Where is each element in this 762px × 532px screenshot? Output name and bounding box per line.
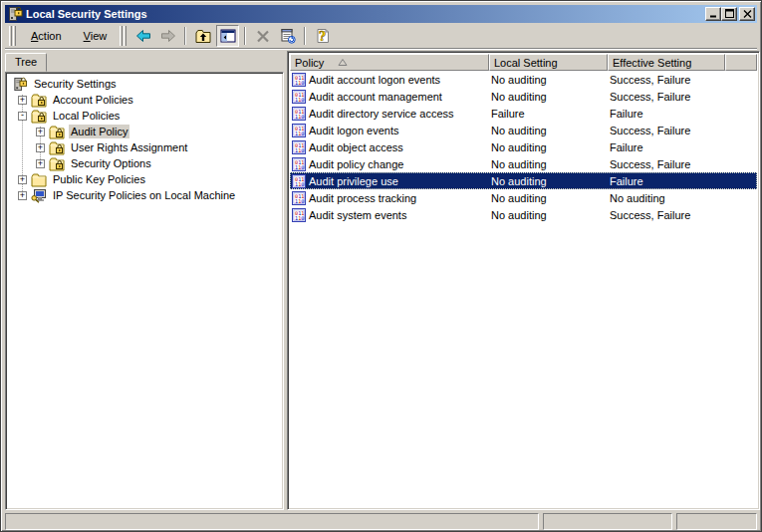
window: Local Security Settings Action View ? Tr…	[0, 0, 762, 532]
status-panel	[5, 513, 539, 530]
back-button[interactable]	[131, 25, 154, 47]
tree-item-label[interactable]: Account Policies	[51, 93, 135, 107]
toolbar-separator	[184, 27, 186, 45]
folder-lock-icon	[49, 125, 65, 139]
svg-text:110: 110	[295, 164, 304, 170]
expand-icon[interactable]	[36, 143, 45, 152]
back-icon	[135, 28, 151, 44]
minimize-button[interactable]	[705, 7, 721, 21]
forward-button	[156, 25, 179, 47]
sort-asc-icon	[338, 58, 348, 67]
policy-cell: 011110Audit privilege use	[290, 172, 489, 189]
local-setting: No auditing	[489, 71, 608, 88]
tree-item-user-rights-assignment[interactable]: User Rights Assignment	[8, 139, 281, 155]
policy-icon: 011110	[292, 107, 306, 121]
local-setting: No auditing	[489, 88, 608, 105]
folder-lock-icon	[49, 156, 65, 171]
up-button[interactable]	[191, 25, 214, 47]
svg-text:110: 110	[295, 181, 304, 187]
policy-icon: 011110	[292, 140, 306, 154]
expand-icon[interactable]	[18, 175, 27, 184]
tree-item-ip-security-policies-on-local-machine[interactable]: IP Security Policies on Local Machine	[8, 187, 281, 203]
up-icon	[195, 28, 211, 44]
policy-name: Audit object access	[309, 141, 403, 153]
effective-setting: Success, Failure	[608, 88, 725, 105]
tree-item-security-options[interactable]: Security Options	[8, 155, 281, 171]
menu-action[interactable]: Action	[20, 27, 73, 45]
list-row-audit-system-events[interactable]: 011110Audit system eventsNo auditingSucc…	[290, 206, 757, 223]
toolbar-separator	[304, 27, 306, 45]
show-tree-icon	[220, 28, 236, 44]
policy-icon: 011110	[292, 191, 306, 205]
help-button[interactable]: ?	[311, 25, 334, 47]
effective-setting: Success, Failure	[608, 122, 725, 138]
svg-text:110: 110	[295, 215, 304, 221]
local-setting: Failure	[489, 105, 608, 122]
tree-item-label[interactable]: Public Key Policies	[51, 172, 147, 186]
column-header-label: Effective Setting	[613, 57, 691, 69]
show-tree-button[interactable]	[216, 25, 239, 47]
tree-item-label[interactable]: IP Security Policies on Local Machine	[51, 188, 237, 202]
tree-item-account-policies[interactable]: Account Policies	[8, 92, 281, 108]
tree-item-label[interactable]: Local Policies	[51, 109, 122, 123]
list-body: 011110Audit account logon eventsNo audit…	[290, 71, 757, 223]
tree-view: Security SettingsAccount PoliciesLocal P…	[5, 72, 284, 510]
policy-name: Audit account management	[309, 91, 442, 103]
expand-icon[interactable]	[18, 96, 27, 105]
tree-item-label[interactable]: Audit Policy	[69, 125, 129, 138]
tab-tree[interactable]: Tree	[5, 53, 47, 72]
list-row-audit-privilege-use[interactable]: 011110Audit privilege useNo auditingFail…	[290, 172, 757, 189]
list-row-audit-object-access[interactable]: 011110Audit object accessNo auditingFail…	[290, 138, 757, 155]
tree-item-audit-policy[interactable]: Audit Policy	[8, 124, 281, 139]
collapse-icon[interactable]	[18, 112, 27, 121]
export-list-button[interactable]	[276, 25, 299, 47]
svg-text:110: 110	[295, 97, 304, 103]
tree-item-security-settings[interactable]: Security Settings	[8, 76, 281, 92]
maximize-button[interactable]	[721, 7, 737, 21]
list-row-audit-directory-service-access[interactable]: 011110Audit directory service accessFail…	[290, 105, 757, 122]
column-header-effective-setting[interactable]: Effective Setting	[608, 54, 725, 71]
folder-icon	[31, 172, 47, 187]
policy-cell: 011110Audit process tracking	[290, 189, 489, 206]
expand-icon[interactable]	[36, 159, 45, 168]
tree-item-local-policies[interactable]: Local Policies	[8, 108, 281, 124]
policy-cell: 011110Audit policy change	[290, 155, 489, 172]
tree-item-label[interactable]: Security Options	[69, 156, 153, 170]
policy-name: Audit account logon events	[309, 74, 440, 86]
menu-view[interactable]: View	[73, 27, 119, 45]
policy-icon: 011110	[292, 90, 306, 104]
column-header-policy[interactable]: Policy	[290, 54, 489, 71]
expand-icon[interactable]	[36, 128, 45, 136]
column-header-label: Local Setting	[494, 57, 558, 69]
effective-setting: Success, Failure	[608, 71, 725, 88]
window-icon	[7, 6, 23, 22]
expand-icon[interactable]	[18, 191, 27, 200]
tree-item-label[interactable]: Security Settings	[32, 77, 119, 91]
local-setting: No auditing	[489, 206, 608, 223]
list-row-audit-policy-change[interactable]: 011110Audit policy changeNo auditingSucc…	[290, 155, 757, 172]
local-setting: No auditing	[489, 155, 608, 172]
rebar-grip[interactable]	[120, 26, 127, 46]
tabstrip: Tree	[5, 51, 284, 72]
list-row-audit-logon-events[interactable]: 011110Audit logon eventsNo auditingSucce…	[290, 122, 757, 138]
maximize-icon	[725, 8, 734, 20]
tree-item-public-key-policies[interactable]: Public Key Policies	[8, 171, 281, 187]
status-bar	[5, 513, 757, 530]
console-lock-icon	[7, 6, 23, 22]
tree-item-label[interactable]: User Rights Assignment	[69, 140, 189, 154]
policy-icon: 011110	[292, 208, 306, 222]
window-title: Local Security Settings	[26, 8, 705, 20]
rebar-grip[interactable]	[9, 26, 17, 46]
list-row-audit-account-logon-events[interactable]: 011110Audit account logon eventsNo audit…	[290, 71, 757, 88]
svg-text:110: 110	[295, 80, 304, 86]
list-row-audit-process-tracking[interactable]: 011110Audit process trackingNo auditingN…	[290, 189, 757, 206]
local-setting: No auditing	[489, 189, 608, 206]
titlebar[interactable]: Local Security Settings	[5, 5, 757, 23]
close-button[interactable]	[739, 7, 755, 21]
column-header-local-setting[interactable]: Local Setting	[489, 54, 608, 71]
local-setting: No auditing	[489, 138, 608, 155]
effective-setting: Success, Failure	[608, 206, 725, 223]
export-list-icon	[280, 28, 296, 44]
policy-cell: 011110Audit logon events	[290, 122, 489, 138]
list-row-audit-account-management[interactable]: 011110Audit account managementNo auditin…	[290, 88, 757, 105]
